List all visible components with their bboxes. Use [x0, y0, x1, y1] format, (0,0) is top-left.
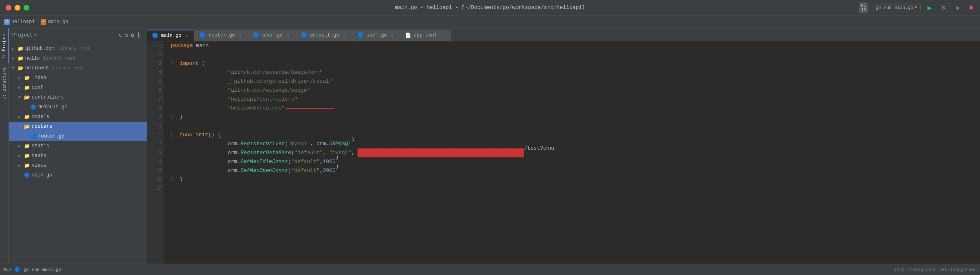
breadcrumb-bar: ⬡ helloapi › ▪ main.go: [0, 15, 980, 28]
stop-button[interactable]: ■: [966, 3, 976, 13]
code-line-13: orm.RegisterDataBase("default", "mysql",…: [171, 148, 980, 157]
tree-arrow-icon: [17, 163, 22, 168]
tree-arrow-icon: [11, 56, 15, 61]
status-right: http://blog.csdn.net/loongshawn: [893, 267, 977, 272]
tab-main-go[interactable]: 🔵 main.go ✕: [147, 30, 195, 41]
go-file-icon: 🔵: [253, 32, 260, 39]
sidebar-item-structure[interactable]: 7: Structure: [1, 63, 8, 103]
conf-file-icon: 📄: [405, 32, 411, 39]
tree-item-main-go[interactable]: 🔵 main.go: [9, 170, 147, 180]
breadcrumb-file[interactable]: main.go: [48, 19, 68, 25]
close-button[interactable]: [6, 5, 11, 11]
tab-close-icon[interactable]: ✕: [184, 33, 189, 39]
tree-item-label: models: [32, 114, 49, 120]
pkg-orm: orm: [228, 140, 237, 148]
code-line-10: [171, 122, 980, 131]
tab-user-go-2[interactable]: 🔵 user.go ✕: [353, 30, 400, 41]
tree-item-conf[interactable]: 📁 conf: [9, 83, 147, 92]
library-root-label: library root: [52, 66, 84, 71]
tree-item-models[interactable]: 📁 models: [9, 112, 147, 122]
tree-item-helloweb[interactable]: 📂 helloweb library root: [9, 63, 147, 73]
chevron-down-icon: ▼: [34, 33, 36, 37]
tab-label: router.go: [208, 32, 235, 38]
tree-item-idea[interactable]: 📁 .idea: [9, 73, 147, 83]
method-drmysql: DRMySQL: [329, 140, 351, 148]
tab-close-icon[interactable]: ✕: [389, 33, 395, 38]
import-string-4: "helloapi/controllers": [228, 95, 297, 104]
code-line-17: [171, 184, 980, 193]
run-button[interactable]: ▶: [925, 3, 934, 13]
tree-item-default-go[interactable]: 🔵 default.go: [9, 102, 147, 112]
tab-app-conf[interactable]: 📄 app.conf ✕: [400, 30, 451, 41]
sidebar-item-project[interactable]: 1: Project: [0, 28, 9, 63]
run-file-label: go run main.go: [24, 267, 61, 272]
arg-mysql: "mysql": [288, 140, 310, 148]
coverage-button[interactable]: ◈: [952, 3, 962, 13]
code-editor[interactable]: 1 2 3 4 5 6 7 8 9 10 11 12 13 14 15 16 1…: [147, 41, 980, 264]
import-string-5: "helloweb/routers": [228, 104, 284, 113]
folder-icon: 📁: [24, 75, 30, 81]
tree-item-views[interactable]: 📁 views: [9, 161, 147, 170]
scroll-to-source-button[interactable]: ⇅: [125, 32, 128, 39]
line-number: 7: [150, 95, 161, 104]
line-number: 3: [150, 59, 161, 68]
line-number: 4: [150, 68, 161, 77]
line-number: 8: [150, 104, 161, 113]
fold-marker-close-paren[interactable]: [-]: [171, 113, 178, 122]
tree-item-label: conf: [32, 85, 43, 90]
arg-default-3: "default": [291, 166, 320, 175]
tree-arrow-icon: [17, 95, 22, 99]
code-content[interactable]: package main [-] import ( "github.com/as…: [164, 41, 980, 264]
code-line-11: [-] func init() {: [171, 131, 980, 140]
run-label: Run: [3, 267, 11, 272]
tree-item-routers[interactable]: 📂 routers: [9, 122, 147, 131]
tab-router-go[interactable]: 🔵 router.go ✕: [195, 30, 248, 41]
breadcrumb-project[interactable]: helloapi: [11, 19, 35, 25]
traffic-lights: [6, 5, 29, 11]
folder-open-icon: 📂: [24, 94, 30, 101]
tab-close-icon[interactable]: ✕: [285, 33, 291, 38]
tree-item-controllers[interactable]: 📂 controllers: [9, 92, 147, 102]
tab-user-go-1[interactable]: 🔵 user.go ✕: [248, 30, 296, 41]
tab-label: user.go: [366, 32, 387, 38]
folder-open-icon: 📂: [24, 123, 30, 130]
tree-arrow-icon: [17, 115, 22, 119]
code-line-7: "helloapi/controllers": [171, 95, 980, 104]
pkg-orm-3: orm: [228, 148, 237, 157]
tree-item-label: routers: [32, 124, 52, 129]
pkg-orm-5: orm: [228, 166, 237, 175]
code-line-3: [-] import (: [171, 59, 980, 68]
tree-item-github-com[interactable]: 📁 github.com library root: [9, 44, 147, 54]
code-line-1: package main: [171, 41, 980, 50]
tree-item-static[interactable]: 📁 static: [9, 141, 147, 151]
tab-close-icon[interactable]: ✕: [237, 33, 243, 38]
build-button[interactable]: ⚙: [939, 3, 948, 13]
tab-close-icon[interactable]: ✕: [440, 33, 445, 38]
tree-item-router-go[interactable]: 🔵 router.go: [9, 131, 147, 141]
tree-item-label: static: [32, 143, 49, 149]
go-file-icon: 🔵: [358, 32, 364, 39]
tree-item-hello[interactable]: 📁 hello library root: [9, 54, 147, 63]
folder-icon: 📁: [24, 162, 30, 169]
library-root-label: library root: [58, 46, 90, 51]
fold-marker-close-brace: [-]: [171, 175, 178, 184]
pin-button[interactable]: |←: [137, 32, 143, 39]
project-panel: Project ▼ ⊕ ⇅ ⚙ |← 📁 github.com library …: [9, 28, 147, 264]
status-bar: Run 🔵 go run main.go http://blog.csdn.ne…: [0, 264, 980, 275]
line-number: 6: [150, 86, 161, 95]
tab-close-icon[interactable]: ✕: [342, 33, 347, 38]
tree-item-label: controllers: [32, 95, 64, 100]
redacted-connection-string: ████████████████████████████████████████…: [358, 148, 524, 157]
paren-close: ): [180, 113, 183, 122]
maximize-button[interactable]: [24, 5, 29, 11]
run-config-selector[interactable]: go run main.go ▼: [872, 4, 921, 11]
tree-item-tests[interactable]: 📁 tests: [9, 151, 147, 161]
collapse-all-button[interactable]: ⊕: [119, 32, 122, 39]
folder-icon: 📁: [24, 143, 30, 149]
tree-arrow-icon: [17, 86, 22, 90]
folder-open-icon: 📂: [17, 65, 24, 71]
tab-default-go[interactable]: 🔵 default.go ✕: [296, 30, 353, 41]
minimize-button[interactable]: [15, 5, 20, 11]
settings-button[interactable]: ⚙: [131, 32, 134, 39]
main-layout: 1: Project 7: Structure Project ▼ ⊕ ⇅ ⚙ …: [0, 28, 980, 264]
